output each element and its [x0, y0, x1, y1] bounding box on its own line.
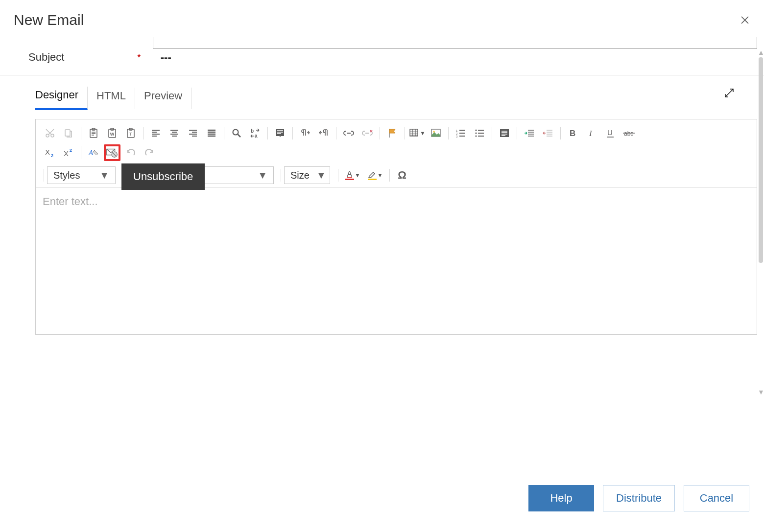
chevron-down-icon: ▼: [355, 172, 360, 178]
separator: [224, 127, 224, 139]
chevron-down-icon: ▼: [258, 170, 267, 181]
svg-text:abc: abc: [624, 130, 633, 137]
copy-icon: [64, 128, 73, 138]
strikethrough-button[interactable]: abc: [621, 125, 637, 141]
numbered-list-button[interactable]: 123: [453, 125, 469, 141]
align-justify-button[interactable]: [203, 125, 220, 141]
paste-as-text-button[interactable]: T: [122, 125, 139, 141]
separator: [338, 169, 338, 182]
tab-html[interactable]: HTML: [96, 88, 135, 109]
indent-button[interactable]: [521, 125, 538, 141]
expand-icon: [724, 88, 735, 98]
separator: [492, 127, 492, 139]
special-char-button[interactable]: Ω: [394, 167, 410, 184]
align-center-icon: [169, 129, 179, 137]
tooltip-unsubscribe: Unsubscribe: [121, 163, 205, 190]
required-indicator: *: [137, 52, 141, 63]
align-right-icon: [188, 129, 198, 137]
vertical-scrollbar[interactable]: ▲ ▼: [758, 48, 764, 396]
blockquote-button[interactable]: [496, 125, 513, 141]
quote-block-icon: [500, 129, 509, 138]
separator: [281, 169, 281, 182]
size-label: Size: [290, 170, 310, 181]
image-button[interactable]: [428, 125, 444, 141]
redo-button[interactable]: [141, 144, 158, 161]
scroll-thumb[interactable]: [759, 57, 763, 263]
undo-button[interactable]: [122, 144, 139, 161]
table-button[interactable]: ▼: [409, 125, 426, 141]
superscript-button[interactable]: X2: [60, 144, 77, 161]
find-button[interactable]: [228, 125, 245, 141]
unsubscribe-icon: [106, 147, 119, 159]
underline-button[interactable]: U: [602, 125, 619, 141]
scissors-icon: [45, 128, 55, 138]
replace-button[interactable]: ba: [247, 125, 263, 141]
rtl-button[interactable]: [315, 125, 332, 141]
separator: [405, 127, 405, 139]
flag-icon: [388, 128, 397, 138]
clear-formatting-button[interactable]: A: [85, 144, 102, 161]
editor-textarea[interactable]: Enter text...: [36, 187, 757, 334]
svg-text:X: X: [64, 149, 69, 158]
unlink-icon: [362, 129, 373, 137]
bold-button[interactable]: B: [565, 125, 581, 141]
italic-button[interactable]: I: [583, 125, 600, 141]
bg-color-button[interactable]: ▼: [365, 167, 385, 184]
undo-icon: [126, 148, 136, 157]
search-icon: [232, 128, 241, 138]
subject-value[interactable]: ---: [161, 51, 171, 64]
cancel-button[interactable]: Cancel: [684, 485, 749, 511]
align-center-button[interactable]: [166, 125, 183, 141]
separator: [81, 146, 81, 159]
svg-text:T: T: [129, 132, 132, 137]
previous-field-border: [153, 37, 757, 49]
close-icon: [740, 15, 750, 25]
paste-from-word-button[interactable]: W: [104, 125, 120, 141]
tab-designer[interactable]: Designer: [35, 87, 88, 110]
erase-format-icon: A: [88, 148, 99, 158]
help-button[interactable]: Help: [528, 485, 594, 511]
italic-icon: I: [587, 129, 596, 138]
scroll-up-arrow[interactable]: ▲: [758, 48, 764, 56]
anchor-button[interactable]: [384, 125, 401, 141]
size-dropdown[interactable]: Size ▼: [284, 166, 330, 184]
paste-button[interactable]: [85, 125, 102, 141]
subscript-button[interactable]: X2: [42, 144, 58, 161]
rtl-icon: [318, 129, 329, 138]
clipboard-t-icon: T: [126, 128, 136, 139]
outdent-button[interactable]: [540, 125, 556, 141]
chevron-down-icon: ▼: [316, 170, 326, 181]
cut-button[interactable]: [42, 125, 58, 141]
copy-button[interactable]: [60, 125, 77, 141]
separator: [267, 127, 268, 139]
close-button[interactable]: [740, 15, 750, 25]
subscript-icon: X2: [45, 148, 55, 158]
select-all-button[interactable]: [272, 125, 288, 141]
align-right-button[interactable]: [185, 125, 201, 141]
list-ol-icon: 123: [456, 129, 466, 138]
unlink-button[interactable]: [359, 125, 376, 141]
rich-text-editor: W T ba ▼ 123: [35, 119, 757, 335]
unsubscribe-button[interactable]: [104, 144, 120, 161]
scroll-down-arrow[interactable]: ▼: [758, 388, 764, 396]
svg-text:W: W: [110, 132, 115, 137]
svg-text:B: B: [570, 129, 575, 138]
distribute-button[interactable]: Distribute: [603, 485, 675, 511]
styles-dropdown[interactable]: Styles ▼: [47, 166, 116, 184]
tab-preview[interactable]: Preview: [144, 88, 191, 109]
list-ul-icon: [475, 129, 484, 138]
svg-text:a: a: [255, 133, 258, 138]
underline-icon: U: [606, 128, 615, 138]
strike-icon: abc: [623, 129, 635, 137]
svg-text:I: I: [589, 129, 593, 138]
expand-button[interactable]: [724, 88, 735, 98]
align-left-button[interactable]: [147, 125, 164, 141]
text-color-button[interactable]: A ▼: [342, 167, 363, 184]
svg-point-23: [475, 135, 477, 137]
replace-icon: ba: [250, 128, 261, 138]
svg-text:3: 3: [456, 135, 458, 138]
bullet-list-button[interactable]: [471, 125, 488, 141]
link-button[interactable]: [340, 125, 357, 141]
ltr-button[interactable]: [297, 125, 313, 141]
separator: [380, 127, 380, 139]
